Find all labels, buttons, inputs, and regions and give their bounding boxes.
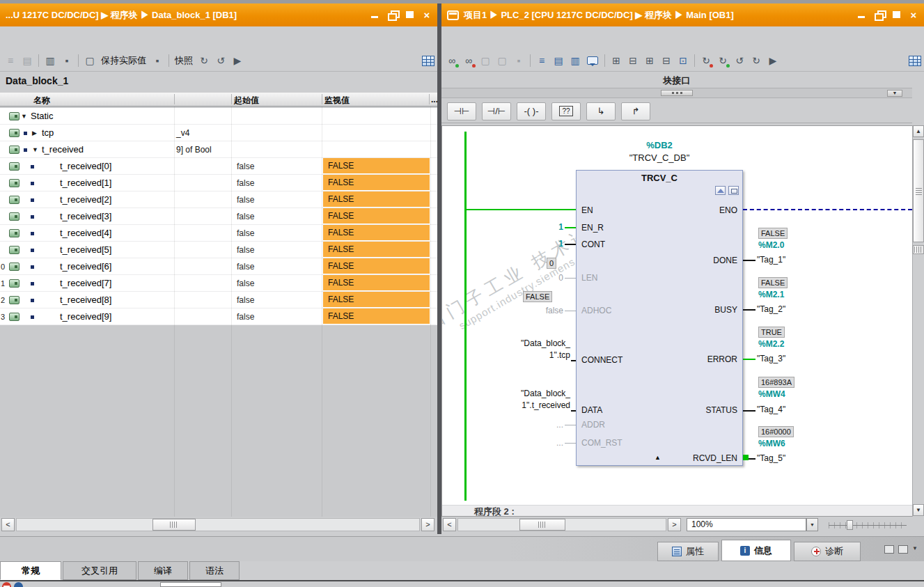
scroll-left-icon[interactable]: <: [1, 518, 15, 531]
table-row[interactable]: ▶ tcp _v4: [0, 125, 437, 141]
zoom-select[interactable]: 100%: [687, 518, 806, 531]
start-value[interactable]: false: [237, 279, 254, 288]
start-value[interactable]: false: [237, 195, 254, 205]
contact-open-button[interactable]: ⊣⊢: [447, 102, 476, 120]
float-window-icon[interactable]: [874, 10, 884, 19]
scroll-down-icon[interactable]: ▼: [913, 504, 924, 516]
coil-button[interactable]: -( )-: [517, 102, 546, 120]
variable-name[interactable]: t_received[7]: [60, 278, 111, 288]
table-row[interactable]: t_received[2] false FALSE: [0, 191, 437, 208]
len-operand[interactable]: 0: [538, 273, 563, 283]
table-row[interactable]: t_received[3] false FALSE: [0, 208, 437, 225]
close-window-icon[interactable]: ×: [422, 10, 432, 19]
cont-operand[interactable]: 1: [538, 239, 563, 249]
network-canvas[interactable]: 西门子工业 技术论坛 support.industry.siemens.com …: [441, 125, 912, 517]
panel-menu-icon[interactable]: ▼: [912, 545, 918, 551]
float-window-icon[interactable]: [387, 10, 398, 19]
restore-snapshot-icon[interactable]: ▢: [494, 53, 510, 68]
col-header-more[interactable]: ...: [431, 95, 437, 104]
col-header-start-value[interactable]: 起始值: [234, 95, 259, 107]
table-row[interactable]: ▼ Static: [0, 108, 437, 125]
rcvd-len-address[interactable]: %MW6: [758, 439, 785, 448]
start-value[interactable]: false: [237, 178, 254, 188]
trcv-c-block[interactable]: TRCV_C EN EN_R CONT LEN ADHOC CONNECT DA…: [576, 170, 743, 466]
start-value[interactable]: false: [237, 245, 254, 255]
split-handle[interactable]: [913, 245, 924, 254]
column-divider[interactable]: [322, 94, 322, 104]
instance-db-name[interactable]: "TRCV_C_DB": [576, 152, 743, 163]
variable-name[interactable]: t_received[8]: [60, 295, 111, 305]
scroll-right-icon[interactable]: >: [421, 518, 434, 531]
rcvd-len-tag[interactable]: "Tag_5": [757, 453, 785, 463]
tab-general[interactable]: 常规: [0, 561, 61, 580]
col-header-name[interactable]: 名称: [33, 95, 50, 107]
expand-all-icon[interactable]: ▥: [42, 53, 58, 68]
network-comment-icon[interactable]: [587, 56, 598, 65]
expander-icon[interactable]: ▶: [32, 130, 37, 136]
table-row[interactable]: t_received[4] false FALSE: [0, 225, 437, 242]
data-type[interactable]: _v4: [176, 128, 189, 138]
adhoc-operand[interactable]: false: [520, 306, 563, 315]
network-vertical-scrollbar[interactable]: ▲ ▼: [912, 125, 924, 517]
variable-name[interactable]: t_received[9]: [60, 311, 111, 322]
variable-name[interactable]: t_received[6]: [60, 261, 111, 272]
table-row[interactable]: t_received[1] false FALSE: [0, 175, 437, 191]
float-panel-icon[interactable]: [884, 545, 894, 554]
start-value[interactable]: false: [237, 228, 254, 238]
block-interface-label[interactable]: 块接口: [441, 75, 912, 87]
insert-box-icon[interactable]: ⊞: [642, 53, 657, 68]
block-display-icon[interactable]: [715, 186, 726, 195]
data-type[interactable]: 9] of Bool: [176, 145, 212, 155]
done-tag[interactable]: "Tag_1": [757, 255, 785, 265]
keep-actual-values-button[interactable]: 保持实际值: [99, 54, 148, 67]
table-row[interactable]: ▼ t_received 9] of Bool: [0, 141, 437, 158]
block-interface-splitter[interactable]: ▼: [441, 88, 912, 98]
close-branch-button[interactable]: ↱: [621, 102, 650, 120]
monitor-off-icon[interactable]: ∞: [461, 53, 476, 68]
data-operand[interactable]: "Data_block_ 1".t_received: [487, 388, 570, 412]
tab-syntax[interactable]: 语法: [189, 561, 240, 580]
open-branch-button[interactable]: ↳: [586, 102, 616, 120]
maximize-window-icon[interactable]: [891, 10, 902, 19]
variable-name[interactable]: t_received[5]: [60, 244, 111, 255]
table-row[interactable]: t_received[5] false FALSE: [0, 242, 437, 258]
com-rst-operand[interactable]: ...: [538, 438, 563, 448]
toolbar-overflow-icon[interactable]: ▶: [765, 53, 781, 68]
scroll-left-icon[interactable]: <: [443, 518, 456, 531]
tab-diagnostics[interactable]: 诊断: [794, 542, 861, 561]
tab-info[interactable]: i 信息: [721, 540, 791, 561]
minimize-window-icon[interactable]: [856, 10, 867, 19]
toolbar-overflow-icon[interactable]: ▶: [230, 53, 245, 68]
collapse-all-icon[interactable]: ▪: [59, 53, 75, 68]
variable-name[interactable]: tcp: [42, 127, 54, 138]
splitter-expand-icon[interactable]: ▼: [887, 90, 902, 97]
scroll-up-icon[interactable]: ▲: [913, 125, 924, 137]
next-network-header[interactable]: 程序段 2 :: [442, 505, 912, 517]
freeze-values-icon[interactable]: ▪: [150, 53, 165, 68]
connect-operand[interactable]: "Data_block_ 1".tcp: [487, 338, 570, 361]
scroll-thumb[interactable]: [152, 519, 196, 531]
tab-properties[interactable]: 属性: [657, 542, 719, 561]
addr-operand[interactable]: ...: [538, 420, 563, 430]
tab-compile[interactable]: 编译: [138, 561, 188, 580]
start-value[interactable]: false: [237, 295, 254, 305]
table-row[interactable]: 1 t_received[7] false FALSE: [0, 275, 437, 292]
table-row[interactable]: 0 t_received[6] false FALSE: [0, 258, 437, 275]
block-collapse-icon[interactable]: ▲: [655, 454, 661, 461]
copy-snapshot-icon[interactable]: ↻: [196, 53, 212, 68]
start-value[interactable]: false: [237, 162, 254, 171]
variable-name[interactable]: t_received[2]: [60, 194, 111, 205]
split-editor-vertical-icon[interactable]: ▥: [567, 53, 583, 68]
go-to-next-icon[interactable]: ↻: [715, 53, 730, 68]
split-editor-horizontal-icon[interactable]: ▤: [551, 53, 566, 68]
variable-name[interactable]: t_received[3]: [60, 211, 111, 221]
keep-actual-values-icon[interactable]: ▢: [82, 53, 97, 68]
dock-panel-icon[interactable]: [898, 545, 908, 554]
go-to-error-icon[interactable]: ↻: [698, 53, 714, 68]
status-address[interactable]: %MW4: [758, 389, 785, 399]
busy-tag[interactable]: "Tag_2": [757, 304, 785, 314]
contact-closed-button[interactable]: ⊣/⊢: [482, 102, 511, 120]
start-value[interactable]: false: [237, 212, 254, 221]
empty-box-button[interactable]: ??: [551, 102, 581, 120]
scroll-track[interactable]: [16, 518, 420, 531]
